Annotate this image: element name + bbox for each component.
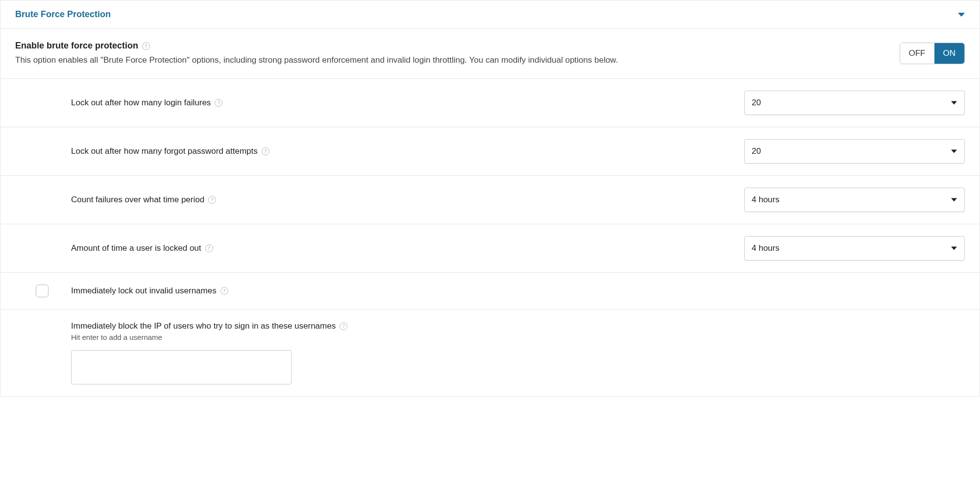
invalid-usernames-checkbox[interactable] (36, 285, 49, 297)
lockout-time-label-col: Amount of time a user is locked out ? (71, 243, 733, 253)
invalid-usernames-check-col (15, 285, 59, 297)
brute-force-panel: Brute Force Protection Enable brute forc… (0, 0, 980, 397)
forgot-password-row: Lock out after how many forgot password … (0, 127, 980, 176)
block-ip-label-col: Immediately block the IP of users who tr… (71, 321, 965, 384)
lockout-time-label-wrap: Amount of time a user is locked out ? (71, 243, 213, 253)
collapse-icon (958, 13, 965, 17)
enable-title: Enable brute force protection (15, 41, 138, 51)
lockout-time-select[interactable]: 4 hours (744, 236, 965, 261)
time-period-control: 4 hours (744, 188, 965, 212)
help-icon[interactable]: ? (215, 99, 222, 107)
panel-header[interactable]: Brute Force Protection (0, 0, 980, 29)
lockout-time-label: Amount of time a user is locked out (71, 243, 201, 253)
time-period-label-wrap: Count failures over what time period ? (71, 195, 216, 205)
lockout-time-select-wrap: 4 hours (744, 236, 965, 261)
enable-title-wrap: Enable brute force protection ? (15, 41, 150, 51)
forgot-password-control: 20 (744, 139, 965, 164)
login-failures-select[interactable]: 20 (744, 91, 965, 115)
time-period-select-wrap: 4 hours (744, 188, 965, 212)
enable-toggle: OFF ON (900, 43, 965, 64)
enable-desc: This option enables all "Brute Force Pro… (15, 54, 885, 67)
time-period-label-col: Count failures over what time period ? (71, 195, 733, 205)
help-icon[interactable]: ? (208, 196, 216, 204)
block-ip-label: Immediately block the IP of users who tr… (71, 321, 336, 331)
help-icon[interactable]: ? (205, 244, 213, 252)
block-ip-row: Immediately block the IP of users who tr… (0, 310, 980, 396)
invalid-usernames-label: Immediately lock out invalid usernames (71, 286, 217, 296)
lockout-time-control: 4 hours (744, 236, 965, 261)
help-icon[interactable]: ? (340, 322, 347, 330)
enable-label-col: Enable brute force protection ? This opt… (15, 41, 885, 67)
login-failures-label: Lock out after how many login failures (71, 98, 211, 108)
invalid-usernames-row: Immediately lock out invalid usernames ? (0, 273, 980, 310)
forgot-password-label-col: Lock out after how many forgot password … (71, 146, 733, 156)
enable-row: Enable brute force protection ? This opt… (0, 29, 980, 79)
login-failures-select-wrap: 20 (744, 91, 965, 115)
help-icon[interactable]: ? (142, 42, 150, 50)
login-failures-row: Lock out after how many login failures ?… (0, 79, 980, 127)
login-failures-label-wrap: Lock out after how many login failures ? (71, 98, 222, 108)
toggle-off-button[interactable]: OFF (900, 43, 934, 64)
login-failures-control: 20 (744, 91, 965, 115)
time-period-row: Count failures over what time period ? 4… (0, 176, 980, 224)
help-icon[interactable]: ? (220, 287, 228, 295)
enable-toggle-col: OFF ON (900, 43, 965, 64)
login-failures-label-col: Lock out after how many login failures ? (71, 98, 733, 108)
forgot-password-select[interactable]: 20 (744, 139, 965, 164)
block-ip-input[interactable] (71, 350, 292, 384)
panel-title: Brute Force Protection (15, 9, 111, 20)
forgot-password-select-wrap: 20 (744, 139, 965, 164)
time-period-label: Count failures over what time period (71, 195, 204, 205)
help-icon[interactable]: ? (262, 147, 270, 155)
block-ip-hint: Hit enter to add a username (71, 333, 965, 341)
forgot-password-label-wrap: Lock out after how many forgot password … (71, 146, 270, 156)
invalid-usernames-label-col: Immediately lock out invalid usernames ? (71, 286, 733, 296)
invalid-usernames-label-wrap: Immediately lock out invalid usernames ? (71, 286, 228, 296)
toggle-on-button[interactable]: ON (934, 43, 965, 64)
lockout-time-row: Amount of time a user is locked out ? 4 … (0, 224, 980, 273)
block-ip-label-wrap: Immediately block the IP of users who tr… (71, 321, 347, 331)
forgot-password-label: Lock out after how many forgot password … (71, 146, 258, 156)
time-period-select[interactable]: 4 hours (744, 188, 965, 212)
